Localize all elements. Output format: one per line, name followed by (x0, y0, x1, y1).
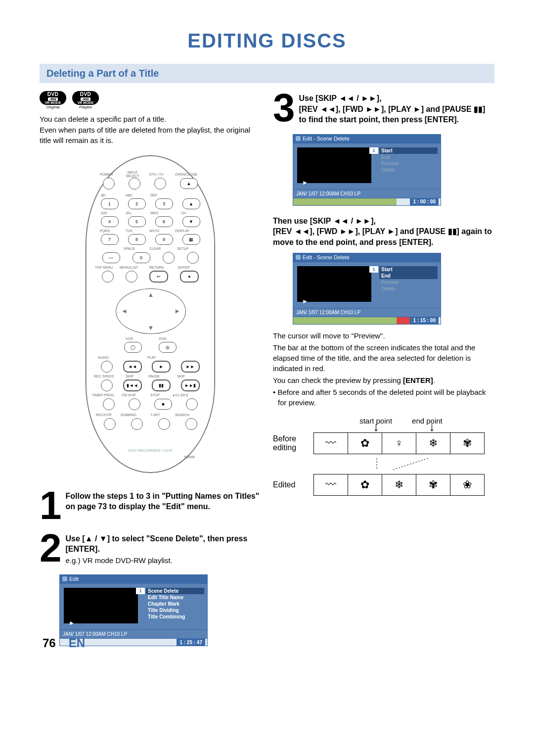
num-0-button[interactable]: 0 (133, 252, 150, 263)
osd1-item-title-combining[interactable]: Title Combining (146, 614, 204, 620)
step-3-text: Use [SKIP ◄◄ / ►►], [REV ◄◄], [FWD ►►], … (299, 93, 495, 125)
osd2-preview (297, 147, 371, 183)
fwd-button[interactable]: ►► (181, 361, 200, 373)
num-9-button[interactable]: 9 (155, 234, 173, 245)
remote-footer: DVD RECORDER / VCR (86, 448, 215, 453)
dvd-button[interactable]: ◎ (159, 342, 177, 353)
num-3-button[interactable]: 3 (155, 198, 173, 209)
osd1-item-scene-delete[interactable]: Scene Delete (146, 588, 204, 594)
cmskip-button[interactable] (129, 398, 140, 410)
osd1-title: Edit (69, 576, 79, 582)
osd2-time: 1 : 00 : 00 (410, 198, 439, 205)
intro-text: You can delete a specific part of a titl… (40, 114, 261, 145)
osd2-item-delete[interactable]: Delete (379, 167, 438, 173)
remote-illustration: POWER INPUT SELECT DTV / TV OPEN/CLOSE ▲… (86, 155, 215, 473)
osd3-item-preview[interactable]: Preview (379, 279, 438, 285)
play-button[interactable]: ► (152, 361, 171, 373)
vcr-button[interactable]: ◯ (124, 342, 142, 353)
dvd-rw-label: -RW (48, 97, 58, 101)
num-7-button[interactable]: 7 (101, 234, 119, 245)
pause-button[interactable]: ▮▮ (152, 379, 171, 391)
cell: ❄ (416, 433, 450, 454)
osd1-item-edit-title[interactable]: Edit Title Name (146, 594, 204, 601)
remote-label-skip: SKIP (126, 375, 134, 378)
osd3-status: JAN/ 1/07 12:00AM CH10 LP (296, 310, 360, 315)
num-1-button[interactable]: 1 (101, 198, 119, 209)
topmenu-button[interactable] (102, 271, 114, 283)
dot-button[interactable]: — (102, 252, 120, 263)
osd3-preview (297, 266, 371, 302)
x13-button[interactable] (186, 398, 198, 410)
osd1-item-title-dividing[interactable]: Title Dividing (146, 607, 204, 614)
osd2-item-preview[interactable]: Preview (379, 160, 438, 167)
timerprog-button[interactable] (103, 398, 115, 410)
power-button[interactable] (103, 178, 115, 189)
num-6-button[interactable]: 6 (155, 216, 173, 227)
end-point-label: end point (412, 417, 443, 425)
cell: ✿ (348, 433, 382, 454)
direction-pad[interactable]: ▲ ▼ ◄ ► (116, 288, 186, 334)
skip-fwd-button[interactable]: ►►▮ (181, 379, 200, 391)
open-close-button[interactable]: ▲ (180, 178, 198, 189)
remote-label-dtvtv: DTV / TV (149, 173, 164, 176)
cell: ❄ (382, 474, 416, 495)
explanation-text: The cursor will move to "Preview". The b… (273, 331, 494, 408)
dvd-mode-label: VR MODE (45, 101, 61, 104)
osd3-item-delete[interactable]: Delete (379, 285, 438, 292)
remote-label-audio: AUDIO (98, 356, 109, 359)
num-8-button[interactable]: 8 (128, 234, 146, 245)
play-icon: ► (302, 298, 308, 305)
setup-button[interactable] (187, 252, 199, 264)
remote-label-cmskip: CM SKIP (122, 393, 136, 397)
osd3-item-start[interactable]: Start (379, 266, 438, 273)
remote-label-menulist: MENU/LIST (120, 266, 138, 269)
num-4-button[interactable]: 4 (101, 216, 119, 227)
return-button[interactable]: ↩ (149, 271, 168, 283)
osd3-item-end[interactable]: End (379, 273, 438, 279)
dtv-tv-button[interactable] (154, 178, 166, 189)
remote-label-openclose: OPEN/CLOSE (175, 173, 198, 176)
intro-line2: Even when parts of title are deleted fro… (40, 125, 261, 145)
num-5-button[interactable]: 5 (128, 216, 146, 227)
strip-before: 〰 ✿ ♀ ❄ ✾ (313, 432, 485, 454)
ch-up-button[interactable]: ▲ (182, 198, 200, 209)
skip-back-button[interactable]: ▮◄◄ (123, 379, 142, 391)
osd1-preview (64, 588, 138, 623)
search-button[interactable] (185, 418, 197, 430)
rev-button[interactable]: ◄◄ (123, 361, 142, 373)
tag-dvd-original: DVD -RW VR MODE Original (40, 91, 66, 109)
audio-button[interactable] (101, 361, 113, 373)
dubbing-button[interactable] (131, 418, 143, 430)
remote-label-recotr: REC/OTR (96, 413, 112, 417)
recotr-button[interactable] (104, 418, 116, 430)
osd-edit-menu: Edit 1 Scene Delete Edit Title Name Chap… (59, 574, 208, 646)
intro-line1: You can delete a specific part of a titl… (40, 114, 261, 124)
tset-button[interactable] (158, 418, 170, 430)
osd2-item-start[interactable]: Start (379, 147, 438, 154)
osd1-item-chapter-mark[interactable]: Chapter Mark (146, 601, 204, 607)
stop-button[interactable]: ■ (154, 399, 172, 410)
num-2-button[interactable]: 2 (128, 198, 146, 209)
display-button[interactable]: ▦ (182, 234, 200, 245)
remote-model: NB666 (184, 455, 195, 459)
osd2-item-end[interactable]: End (379, 154, 438, 160)
input-select-button[interactable] (129, 178, 140, 189)
menulist-button[interactable] (126, 271, 137, 283)
remote-label-search: SEARCH (175, 413, 189, 417)
enter-button[interactable]: ● (180, 271, 199, 283)
dvd-label: DVD (47, 92, 59, 97)
page-number: 76 (43, 636, 56, 650)
page-lang: EN (69, 636, 85, 650)
remote-label-mno: MNO (150, 211, 158, 215)
cell: ✿ (348, 474, 382, 495)
dvd-label: DVD (80, 92, 91, 97)
ch-down-button[interactable]: ▼ (182, 216, 200, 227)
remote-label-display: DISPLAY (175, 229, 189, 233)
recspeed-button[interactable] (101, 379, 113, 391)
cell: ♀ (382, 433, 416, 454)
tag-caption-playlist: Playlist (72, 105, 99, 109)
osd2-title: Edit - Scene Delete (303, 136, 350, 142)
step-1-text: Follow the steps 1 to 3 in "Putting Name… (66, 491, 262, 512)
remote-label-tset: T-SET (150, 413, 160, 417)
clear-button[interactable] (163, 252, 175, 264)
